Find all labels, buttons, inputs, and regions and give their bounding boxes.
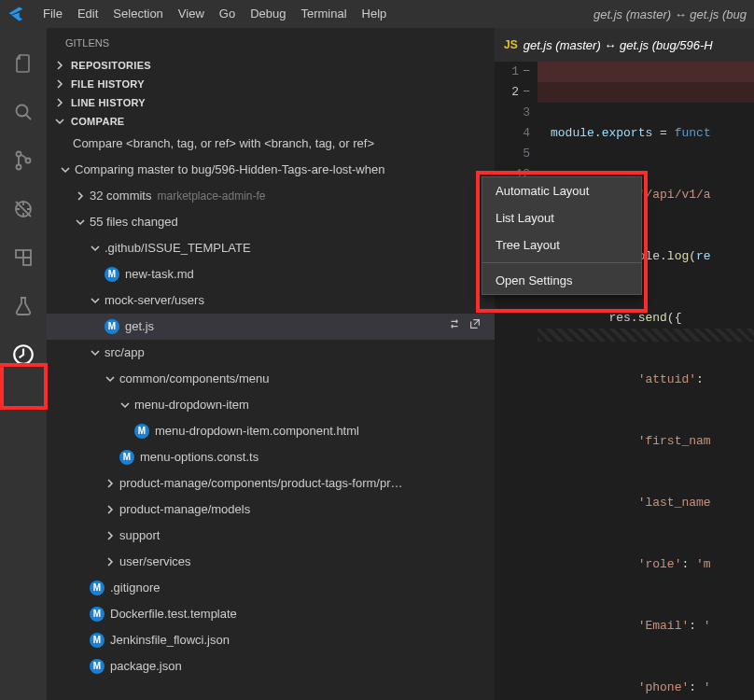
file-label: .gitignore — [110, 578, 160, 598]
file-label: menu-options.const.ts — [140, 447, 258, 468]
chevron-right-icon — [105, 556, 116, 567]
section-label: COMPARE — [71, 116, 125, 127]
svg-rect-6 — [23, 258, 31, 265]
folder-common-menu[interactable]: common/components/menu — [47, 366, 495, 392]
folder-prod-tags[interactable]: product-manage/components/product-tags-f… — [47, 470, 495, 497]
menu-view[interactable]: View — [171, 0, 212, 28]
debug-icon[interactable] — [10, 196, 36, 222]
menu-selection[interactable]: Selection — [105, 0, 170, 28]
cm-item-open-settings[interactable]: Open Settings — [482, 267, 641, 294]
extensions-icon[interactable] — [10, 245, 36, 271]
chevron-right-icon — [54, 97, 65, 108]
file-package[interactable]: M package.json — [47, 653, 495, 679]
menu-edit[interactable]: Edit — [70, 0, 105, 28]
line-gutter: 1− 2− 3 4 5 12 13 — [495, 62, 538, 700]
cm-item-automatic[interactable]: Automatic Layout — [482, 177, 641, 204]
explorer-icon[interactable] — [10, 50, 36, 77]
editor-tab[interactable]: JS get.js (master) ↔ get.js (bug/596-H — [495, 28, 754, 62]
editor: JS get.js (master) ↔ get.js (bug/596-H 1… — [495, 28, 754, 700]
section-label: REPOSITORIES — [71, 60, 151, 71]
diff-end-marker — [538, 329, 754, 342]
cm-separator — [482, 262, 641, 263]
section-line-history[interactable]: LINE HISTORY — [47, 93, 495, 112]
file-menu-options[interactable]: M menu-options.const.ts — [47, 444, 495, 470]
commits-label: 32 commits — [90, 186, 151, 206]
menubar: File Edit Selection View Go Debug Termin… — [0, 0, 754, 28]
file-label: package.json — [110, 656, 182, 677]
open-external-icon[interactable] — [468, 316, 482, 337]
sidebar: GITLENS REPOSITORIES FILE HISTORY LINE H… — [47, 28, 495, 700]
swap-icon[interactable] — [448, 316, 461, 337]
code-area[interactable]: module.exports = funct app.get('/api/v1/… — [551, 62, 754, 700]
files-changed-node[interactable]: 55 files changed — [47, 209, 495, 235]
folder-label: product-manage/components/product-tags-f… — [119, 473, 402, 494]
file-label: new-task.md — [125, 264, 194, 285]
menu-help[interactable]: Help — [355, 0, 395, 28]
folder-label: menu-dropdown-item — [134, 395, 249, 415]
test-beaker-icon[interactable] — [10, 293, 36, 319]
section-file-history[interactable]: FILE HISTORY — [47, 75, 495, 93]
compare-header-text: Comparing master to bug/596-Hidden-Tags-… — [75, 160, 384, 180]
chevron-right-icon — [105, 530, 116, 541]
cm-item-list[interactable]: List Layout — [482, 204, 641, 231]
modified-badge-icon: M — [134, 424, 149, 439]
file-jenkins[interactable]: M Jenkinsfile_flowci.json — [47, 627, 495, 653]
compare-hint-text: Compare <branch, tag, or ref> with <bran… — [73, 133, 374, 154]
modified-badge-icon: M — [105, 319, 119, 334]
folder-label: mock-server/users — [105, 290, 204, 311]
panel-title: GITLENS — [47, 28, 495, 56]
section-compare[interactable]: COMPARE — [47, 112, 495, 131]
folder-label: support — [119, 525, 160, 546]
modified-badge-icon: M — [90, 633, 105, 648]
context-menu: Automatic Layout List Layout Tree Layout… — [482, 176, 642, 295]
compare-header[interactable]: Comparing master to bug/596-Hidden-Tags-… — [47, 157, 495, 183]
menu-terminal[interactable]: Terminal — [293, 0, 354, 28]
modified-badge-icon: M — [90, 581, 105, 595]
svg-rect-7 — [23, 250, 31, 258]
file-label: Dockerfile.test.template — [110, 604, 237, 624]
modified-badge-icon: M — [90, 607, 105, 622]
file-new-task[interactable]: M new-task.md — [47, 261, 495, 287]
menu-debug[interactable]: Debug — [243, 0, 293, 28]
chevron-down-icon — [105, 373, 116, 385]
folder-label: .github/ISSUE_TEMPLATE — [105, 238, 251, 259]
chevron-down-icon — [54, 116, 65, 127]
file-dockerfile[interactable]: M Dockerfile.test.template — [47, 601, 495, 627]
svg-point-2 — [17, 165, 21, 170]
folder-label: src/app — [105, 343, 145, 363]
folder-support[interactable]: support — [47, 523, 495, 549]
vscode-logo-icon — [7, 6, 24, 22]
modified-badge-icon: M — [119, 450, 134, 465]
commits-repo: marketplace-admin-fe — [157, 186, 265, 206]
chevron-down-icon — [90, 347, 101, 358]
compare-hint[interactable]: Compare <branch, tag, or ref> with <bran… — [47, 131, 495, 157]
folder-github[interactable]: .github/ISSUE_TEMPLATE — [47, 235, 495, 261]
folder-user-services[interactable]: user/services — [47, 549, 495, 575]
svg-rect-5 — [16, 250, 23, 258]
section-repositories[interactable]: REPOSITORIES — [47, 56, 495, 75]
annotation-highlight-gitlens — [0, 363, 48, 410]
chevron-down-icon — [90, 295, 101, 306]
file-menu-dd-item[interactable]: M menu-dropdown-item.component.html — [47, 418, 495, 444]
commits-node[interactable]: 32 commits marketplace-admin-fe — [47, 183, 495, 209]
folder-src-app[interactable]: src/app — [47, 340, 495, 366]
cm-item-tree[interactable]: Tree Layout — [482, 231, 641, 259]
folder-menu-dd-item[interactable]: menu-dropdown-item — [47, 392, 495, 418]
chevron-down-icon — [90, 243, 101, 254]
search-icon[interactable] — [10, 99, 36, 125]
chevron-right-icon — [105, 478, 116, 489]
file-gitignore[interactable]: M .gitignore — [47, 575, 495, 601]
folder-mock-server[interactable]: mock-server/users — [47, 287, 495, 314]
chevron-right-icon — [75, 190, 86, 202]
folder-label: common/components/menu — [119, 369, 269, 389]
menu-go[interactable]: Go — [212, 0, 243, 28]
modified-badge-icon: M — [105, 267, 119, 282]
source-control-icon[interactable] — [10, 147, 36, 174]
file-get-js[interactable]: M get.js — [47, 314, 495, 340]
folder-prod-models[interactable]: product-manage/models — [47, 497, 495, 523]
chevron-right-icon — [54, 78, 65, 90]
menu-file[interactable]: File — [35, 0, 70, 28]
chevron-down-icon — [75, 217, 86, 228]
chevron-right-icon — [54, 60, 65, 71]
svg-point-0 — [17, 105, 28, 117]
